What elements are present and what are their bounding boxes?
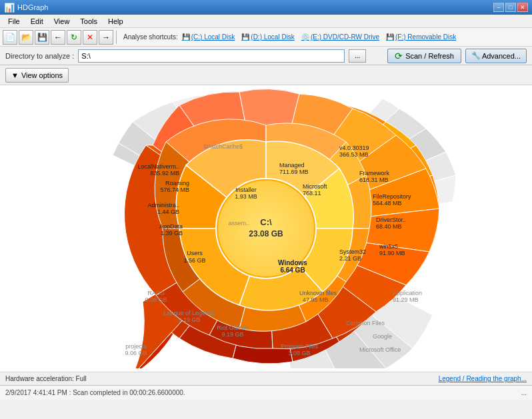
menu-bar: FileEditViewToolsHelp: [0, 15, 532, 28]
label-commonfiles: Common Files: [346, 320, 385, 326]
new-button[interactable]: 📄: [3, 30, 17, 45]
label-programfiles: Program Files: [281, 343, 319, 350]
label-localapp: LocalNativerm..: [137, 163, 179, 170]
advanced-button[interactable]: 🔧 Advanced...: [465, 49, 527, 63]
label-installer: Installer: [235, 187, 257, 193]
menu-item-view[interactable]: View: [49, 16, 75, 27]
label-win5x5: win5x5: [379, 243, 398, 250]
shortcut-f-drive[interactable]: 💾 (F:) Removable Disk: [386, 33, 456, 41]
chevron-down-icon: ▼: [11, 71, 19, 79]
shortcut-d-drive[interactable]: 💾 (D:) Local Disk: [241, 33, 295, 41]
label-v4: v4.0.30319: [339, 145, 369, 151]
svg-text:768.11: 768.11: [303, 190, 321, 197]
toolbar: 📄 📂 💾 ← ↻ ✕ → Analyse shortcuts: 💾 (C:) …: [0, 28, 532, 47]
label-application: Application: [393, 290, 422, 296]
label-lol: League of Legends: [163, 310, 215, 316]
path-label: Directory to analyze :: [5, 52, 74, 60]
svg-text:9.06 GB: 9.06 GB: [125, 350, 147, 356]
svg-text:835.92 MB: 835.92 MB: [150, 170, 179, 177]
legend-button[interactable]: Legend / Reading the graph...: [439, 375, 527, 382]
svg-text:9.19 GB: 9.19 GB: [178, 316, 200, 323]
save-button[interactable]: 💾: [35, 30, 49, 45]
label-projects: projects: [125, 343, 147, 350]
svg-text:68.40 MB: 68.40 MB: [376, 223, 402, 230]
f-drive-icon: 💾: [386, 33, 394, 41]
shortcut-e-drive[interactable]: 💿 (E:) DVD/CD-RW Drive: [301, 33, 379, 41]
path-input[interactable]: [78, 49, 345, 63]
status-bar: Hardware acceleration: Full Legend / Rea…: [0, 372, 532, 385]
svg-text:47.95 MB: 47.95 MB: [303, 296, 329, 303]
advanced-label: Advanced...: [482, 52, 521, 60]
menu-item-tools[interactable]: Tools: [75, 16, 103, 27]
scan-info-text: 2/9/2017 4:41:41 PM : Scan completed in …: [5, 389, 185, 396]
scan-refresh-button[interactable]: ⟳ Scan / Refresh: [387, 49, 461, 63]
label-framework: Framework: [359, 170, 390, 177]
svg-text:91.29 MB: 91.29 MB: [393, 296, 419, 303]
shortcut-c-drive[interactable]: 💾 (C:) Local Disk: [182, 33, 235, 41]
toolbar-separator: [116, 31, 117, 44]
label-appdata: AppData: [159, 223, 183, 230]
path-browse-button[interactable]: ...: [349, 49, 366, 63]
label-users: Users: [187, 250, 203, 256]
main-content: C:\ 23.08 GB Managed 711.69 MB Installer…: [0, 85, 532, 372]
shortcuts-label: Analyse shortcuts:: [123, 33, 178, 41]
label-microsoft: Microsoft: [303, 183, 327, 190]
label-filerepository: FileRepository: [373, 193, 411, 200]
restore-button[interactable]: □: [505, 3, 516, 12]
label-driverstore: DriverStor..: [376, 216, 406, 223]
label-patchcache: $PatchCache$: [203, 143, 243, 150]
chart-container[interactable]: C:\ 23.08 GB Managed 711.69 MB Installer…: [0, 85, 532, 372]
svg-text:9.19 GB: 9.19 GB: [221, 331, 243, 338]
hw-acceleration-text: Hardware acceleration: Full: [5, 375, 87, 382]
open-button[interactable]: 📂: [19, 30, 33, 45]
view-options-label: View options: [21, 71, 63, 79]
app-icon: 📊: [4, 3, 15, 13]
back-button[interactable]: ←: [51, 30, 65, 45]
stop-button[interactable]: ✕: [83, 30, 97, 45]
label-system32: System32: [339, 248, 366, 255]
svg-text:6.64 GB: 6.64 GB: [280, 266, 305, 274]
svg-text:1.93 MB: 1.93 MB: [235, 193, 257, 200]
label-google: Google: [373, 333, 392, 340]
label-unknown: Unknown files: [299, 290, 337, 296]
svg-text:1.39 GB: 1.39 GB: [161, 230, 183, 236]
label-administration: Administra..: [147, 202, 179, 209]
label-assem: assem..: [228, 220, 249, 226]
label-managed-size: 711.69 MB: [279, 169, 309, 175]
svg-text:366.53 MB: 366.53 MB: [339, 151, 369, 158]
title-bar-left: 📊 HDGraph: [4, 3, 48, 13]
e-drive-icon: 💿: [301, 33, 309, 41]
svg-text:2.21 GB: 2.21 GB: [339, 255, 361, 262]
forward-button[interactable]: →: [99, 30, 113, 45]
sunburst-chart[interactable]: C:\ 23.08 GB Managed 711.69 MB Installer…: [13, 89, 519, 368]
label-windows: Windows: [278, 259, 307, 266]
center-drive-label: C:\: [260, 217, 272, 227]
svg-text:3.08 GB: 3.08 GB: [288, 350, 310, 356]
title-bar: 📊 HDGraph − □ ✕: [0, 0, 532, 15]
scan-icon: ⟳: [395, 51, 403, 61]
app-title: HDGraph: [17, 3, 48, 11]
label-msoffice: Microsoft Office: [359, 346, 401, 353]
svg-text:576.74 MB: 576.74 MB: [160, 187, 189, 193]
view-options-button[interactable]: ▼ View options: [5, 68, 69, 83]
scan-refresh-label: Scan / Refresh: [405, 52, 454, 60]
close-button[interactable]: ✕: [517, 3, 528, 12]
refresh-button[interactable]: ↻: [67, 30, 81, 45]
advanced-icon: 🔧: [471, 51, 481, 60]
title-bar-controls[interactable]: − □ ✕: [493, 3, 528, 12]
d-drive-icon: 💾: [241, 33, 249, 41]
menu-item-help[interactable]: Help: [103, 16, 129, 27]
bottom-right-dots: ...: [521, 389, 527, 396]
minimize-button[interactable]: −: [493, 3, 504, 12]
menu-item-edit[interactable]: Edit: [25, 16, 49, 27]
svg-text:618.31 MB: 618.31 MB: [359, 177, 389, 183]
label-managed: Managed: [279, 162, 305, 169]
svg-text:1.56 GB: 1.56 GB: [183, 257, 205, 264]
menu-item-file[interactable]: File: [3, 16, 25, 27]
bottom-bar: 2/9/2017 4:41:41 PM : Scan completed in …: [0, 385, 532, 400]
c-drive-icon: 💾: [182, 33, 190, 41]
center-drive-size: 23.08 GB: [249, 229, 283, 238]
path-bar: Directory to analyze : ... ⟳ Scan / Refr…: [0, 47, 532, 65]
svg-text:564.48 MB: 564.48 MB: [373, 200, 402, 207]
svg-text:0.09 GB: 0.09 GB: [145, 296, 167, 303]
